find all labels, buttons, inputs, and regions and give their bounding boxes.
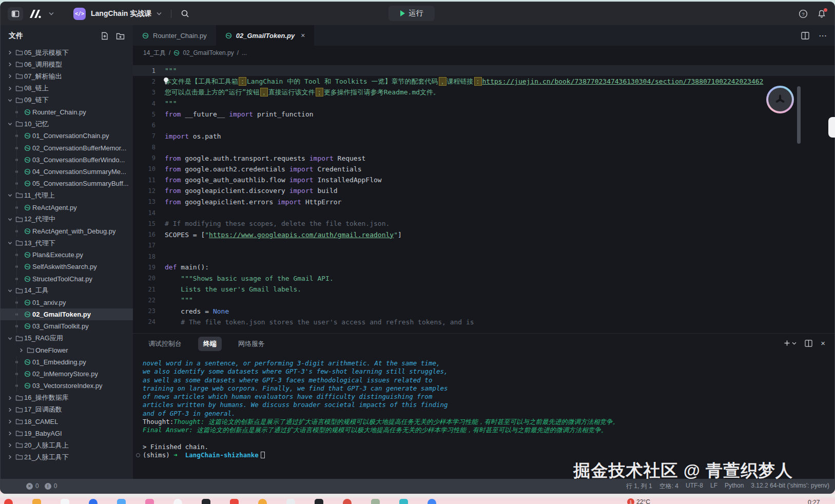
help-icon[interactable]: ? bbox=[799, 9, 808, 18]
code-line[interactable]: 21 Lists the user's Gmail labels. bbox=[133, 284, 834, 295]
tree-item-plan-execute-py[interactable]: Plan&Execute.py bbox=[1, 249, 133, 261]
status-item[interactable]: 空格: 4 bbox=[659, 482, 678, 491]
taskbar-app-icon[interactable] bbox=[202, 499, 210, 504]
taskbar-weather[interactable]: 1 22°C bbox=[627, 498, 650, 504]
taskbar-app-icon[interactable] bbox=[315, 499, 323, 504]
chevron-right-icon[interactable] bbox=[6, 50, 14, 55]
tree-item-03-conversationbufferwindo-[interactable]: 03_ConversationBufferWindo... bbox=[1, 154, 133, 166]
status-item[interactable]: LF bbox=[710, 482, 717, 491]
status-item[interactable]: Python bbox=[725, 482, 744, 491]
code-line[interactable]: 17 bbox=[133, 240, 834, 251]
status-item[interactable]: 3.12.2 64-bit ('shims': pyenv) bbox=[751, 482, 829, 491]
code-line[interactable]: 6 bbox=[133, 120, 834, 130]
tree-item-08-链上[interactable]: 08_链上 bbox=[1, 83, 133, 94]
chevron-down-icon[interactable] bbox=[6, 193, 14, 198]
chevron-right-icon[interactable] bbox=[6, 419, 14, 424]
chevron-right-icon[interactable] bbox=[17, 348, 25, 353]
tab-network-service[interactable]: 网络服务 bbox=[233, 337, 270, 351]
taskbar-app-icon[interactable] bbox=[343, 499, 352, 504]
tree-item-04-conversationsummaryme-[interactable]: 04_ConversationSummaryMe... bbox=[1, 166, 133, 178]
code-line[interactable]: 8 bbox=[133, 142, 834, 152]
tree-item-03-gmailtoolkit-py[interactable]: 03_GmailToolkit.py bbox=[1, 320, 133, 332]
tab-debug-console[interactable]: 调试控制台 bbox=[143, 337, 187, 351]
taskbar-app-icon[interactable] bbox=[32, 499, 41, 504]
chevron-down-icon[interactable] bbox=[6, 217, 14, 222]
tree-item-16-操作数据库[interactable]: 16_操作数据库 bbox=[1, 392, 133, 403]
tree-item-01-arxiv-py[interactable]: 01_arxiv.py bbox=[1, 297, 133, 308]
warnings-icon[interactable]: ! bbox=[45, 483, 51, 490]
tree-item-17-回调函数[interactable]: 17_回调函数 bbox=[1, 404, 133, 416]
chevron-down-icon[interactable] bbox=[6, 336, 14, 341]
tree-item-20-人脉工具上[interactable]: 20_人脉工具上 bbox=[1, 439, 133, 451]
taskbar-app-icon[interactable] bbox=[230, 499, 239, 504]
split-terminal-icon[interactable] bbox=[805, 340, 812, 347]
tree-item-oneflower[interactable]: OneFlower bbox=[1, 344, 133, 356]
code-line[interactable]: 12from googleapiclient.discovery import … bbox=[133, 185, 834, 196]
tree-item-02-inmemorystore-py[interactable]: 02_InMemoryStore.py bbox=[1, 368, 133, 380]
code-line[interactable]: 23 creds = None bbox=[133, 306, 834, 317]
tree-item-13-代理下[interactable]: 13_代理下 bbox=[1, 237, 133, 249]
close-tab-icon[interactable]: × bbox=[301, 31, 305, 40]
tree-item-11-代理上[interactable]: 11_代理上 bbox=[1, 189, 133, 201]
code-line[interactable]: 14 bbox=[133, 207, 834, 218]
taskbar-app-icon[interactable] bbox=[89, 499, 98, 504]
split-editor-icon[interactable] bbox=[801, 32, 809, 40]
logo-chevron-down-icon[interactable] bbox=[49, 12, 54, 15]
chevron-right-icon[interactable] bbox=[6, 443, 14, 448]
taskbar-app-icon[interactable] bbox=[371, 499, 380, 504]
tree-item-18-camel[interactable]: 18_CAMEL bbox=[1, 416, 133, 428]
notifications-bell-icon[interactable] bbox=[817, 9, 826, 18]
tree-item-07-解析输出[interactable]: 07_解析输出 bbox=[1, 70, 133, 82]
chevron-down-icon[interactable] bbox=[6, 241, 14, 245]
code-editor[interactable]: 1"""2本文件是【工具和工具箱：LangChain 中的 Tool 和 Too… bbox=[133, 60, 834, 333]
breadcrumb-file[interactable]: 02_GmailToken.py bbox=[183, 49, 234, 56]
tree-item-14-工具[interactable]: 14_工具 bbox=[1, 285, 133, 297]
tree-item-rounter-chain-py[interactable]: Rounter_Chain.py bbox=[1, 106, 133, 118]
code-line[interactable]: 16SCOPES = ["https://www.googleapis.com/… bbox=[133, 229, 834, 240]
taskbar-app-icon[interactable] bbox=[61, 499, 69, 504]
code-line[interactable]: 24 # The file token.json stores the user… bbox=[133, 317, 834, 327]
new-terminal-icon[interactable] bbox=[784, 340, 797, 346]
terminal-output[interactable]: novel word in a sentence, or performing … bbox=[133, 354, 834, 460]
taskbar-app-icon[interactable] bbox=[173, 499, 182, 504]
tab-terminal[interactable]: 终端 bbox=[198, 337, 222, 351]
chevron-right-icon[interactable] bbox=[6, 396, 14, 400]
status-item[interactable]: UTF-8 bbox=[686, 482, 703, 491]
code-line[interactable]: 20 """Shows basic usage of the Gmail API… bbox=[133, 273, 834, 284]
tab-gmailtoken[interactable]: 02_GmailToken.py × bbox=[216, 25, 315, 46]
taskbar-clock[interactable]: 0:27 bbox=[808, 499, 820, 504]
tree-item-06-调用模型[interactable]: 06_调用模型 bbox=[1, 59, 133, 70]
taskbar-app-icon[interactable] bbox=[399, 499, 408, 504]
close-panel-icon[interactable]: × bbox=[821, 339, 825, 347]
tree-item-01-conversationchain-py[interactable]: 01_ConversationChain.py bbox=[1, 130, 133, 142]
taskbar-app-icon[interactable] bbox=[4, 499, 13, 504]
tree-item-12-代理中[interactable]: 12_代理中 bbox=[1, 214, 133, 225]
tree-item-structedtoolchat-py[interactable]: StructedToolChat.py bbox=[1, 273, 133, 285]
tree-item-15-rag应用[interactable]: 15_RAG应用 bbox=[1, 333, 133, 344]
tree-item-05-提示模板下[interactable]: 05_提示模板下 bbox=[1, 47, 133, 59]
code-line[interactable]: 19def main(): bbox=[133, 262, 834, 273]
right-panel-handle[interactable] bbox=[828, 117, 835, 138]
taskbar-app-icon[interactable] bbox=[117, 499, 126, 504]
run-button[interactable]: 运行 bbox=[389, 6, 435, 21]
tree-item-21-人脉工具下[interactable]: 21_人脉工具下 bbox=[1, 451, 133, 463]
project-name[interactable]: LangChain 实战课 bbox=[91, 9, 151, 18]
tree-item-reactagent-with-debug-py[interactable]: ReActAgent_with_Debug.py bbox=[1, 225, 133, 237]
new-file-icon[interactable] bbox=[101, 32, 109, 40]
trae-logo[interactable] bbox=[28, 9, 44, 19]
ai-assistant-button[interactable] bbox=[766, 86, 794, 113]
project-chevron-down-icon[interactable] bbox=[157, 12, 162, 15]
sidebar-toggle-button[interactable] bbox=[8, 7, 23, 21]
new-folder-icon[interactable] bbox=[116, 32, 125, 40]
code-line[interactable]: 15# If modifying these scopes, delete th… bbox=[133, 218, 834, 229]
tab-rounter-chain[interactable]: Rounter_Chain.py bbox=[133, 25, 216, 46]
code-line[interactable]: 11from google_auth_oauthlib.flow import … bbox=[133, 175, 834, 185]
code-line[interactable]: 22 """ bbox=[133, 295, 834, 305]
chevron-down-icon[interactable] bbox=[6, 288, 14, 293]
chevron-right-icon[interactable] bbox=[6, 455, 14, 459]
tree-item-02-gmailtoken-py[interactable]: 02_GmailToken.py bbox=[1, 308, 133, 320]
code-line[interactable]: 13from googleapiclient.errors import Htt… bbox=[133, 197, 834, 207]
tree-item-03-vectorstoreindex-py[interactable]: 03_VectorstoreIndex.py bbox=[1, 380, 133, 392]
chevron-right-icon[interactable] bbox=[6, 74, 14, 79]
tree-item-01-embedding-py[interactable]: 01_Embedding.py bbox=[1, 356, 133, 368]
